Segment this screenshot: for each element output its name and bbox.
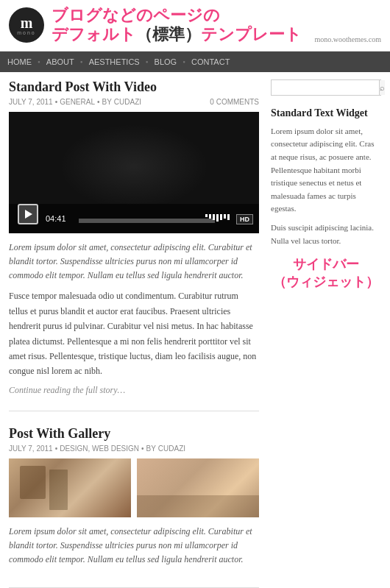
navbar: HOME • ABOUT • AESTHETICS • BLOG • CONTA…	[0, 52, 390, 72]
nav-home[interactable]: HOME	[7, 57, 32, 66]
sidebar: ⌕ Standard Text Widget Lorem ipsum dolor…	[271, 79, 381, 588]
main-layout: Standard Post With Video JULY 7, 2011 • …	[0, 72, 390, 588]
post-1-date: JULY 7, 2011	[9, 98, 53, 106]
sidebar-label-jp: サイドバー （ウィジェット）	[271, 256, 381, 291]
post-2-title: Post With Gallery	[9, 426, 259, 442]
video-player[interactable]: 04:41 HD	[9, 112, 259, 233]
content-area: Standard Post With Video JULY 7, 2011 • …	[9, 79, 259, 588]
search-icon: ⌕	[380, 83, 385, 92]
gallery	[9, 458, 259, 517]
title-line2-post: テンプレート	[201, 25, 302, 43]
post-2-excerpt: Lorem ipsum dolor sit amet, consectetur …	[9, 525, 259, 567]
nav-aesthetics[interactable]: AESTHETICS	[89, 57, 140, 66]
play-icon	[25, 210, 32, 219]
title-line2-pre: デフォルト	[52, 25, 136, 43]
post-1-title: Standard Post With Video	[9, 79, 259, 95]
logo-sub: mono	[17, 30, 36, 35]
title-line2-kakko: （標準）	[136, 25, 201, 43]
gallery-image-1[interactable]	[9, 458, 131, 517]
logo-letter: m	[21, 15, 33, 30]
volume-indicator	[205, 214, 230, 222]
widget-text-2: Duis suscipit adipiscing lacinia. Nulla …	[271, 222, 381, 247]
sidebar-label-line2: （ウィジェット）	[271, 274, 381, 291]
post-2: Post With Gallery JULY 7, 2011 • DESIGN,…	[9, 426, 259, 588]
search-input[interactable]	[272, 80, 379, 95]
sidebar-label-line1: サイドバー	[271, 256, 381, 273]
title-line1: ブログなどのページの	[52, 6, 381, 25]
nav-blog[interactable]: BLOG	[155, 57, 177, 66]
post-1-meta: JULY 7, 2011 • GENERAL • BY CUDAZI 0 COM…	[9, 98, 259, 106]
hd-badge: HD	[236, 214, 253, 224]
post-1-excerpt: Lorem ipsum dolor sit amet, consectetur …	[9, 241, 259, 283]
post-2-categories[interactable]: DESIGN, WEB DESIGN	[60, 444, 139, 453]
widget-title: Standard Text Widget	[271, 107, 381, 119]
post-1-category[interactable]: GENERAL	[60, 98, 95, 106]
video-progress-bar[interactable]	[79, 219, 215, 223]
text-widget: Standard Text Widget Lorem ipsum dolor s…	[271, 107, 381, 247]
post-2-author[interactable]: CUDAZI	[158, 444, 185, 453]
search-box[interactable]: ⌕	[271, 79, 381, 96]
post-1-comments[interactable]: 0 COMMENTS	[210, 98, 259, 106]
search-button[interactable]: ⌕	[379, 80, 385, 95]
nav-contact[interactable]: CONTACT	[191, 57, 230, 66]
widget-text-1: Lorem ipsum dolor sit amet, consectetur …	[271, 125, 381, 216]
gallery-image-2[interactable]	[137, 458, 259, 517]
post-1-author[interactable]: CUDAZI	[114, 98, 141, 106]
play-button[interactable]	[18, 204, 38, 224]
site-url: mono.woothemes.com	[314, 35, 381, 43]
nav-about[interactable]: ABOUT	[46, 57, 74, 66]
post-1-read-more[interactable]: Continue reading the full story…	[9, 385, 259, 396]
post-1: Standard Post With Video JULY 7, 2011 • …	[9, 79, 259, 411]
video-time: 04:41	[46, 214, 66, 223]
logo: m mono	[9, 7, 44, 43]
post-2-meta: JULY 7, 2011 • DESIGN, WEB DESIGN • BY C…	[9, 444, 259, 453]
header: m mono ブログなどのページの デフォルト（標準）テンプレート mono.w…	[0, 0, 390, 52]
post-2-date: JULY 7, 2011	[9, 444, 53, 453]
post-1-body: Fusce tempor malesuada odio ut condiment…	[9, 288, 259, 378]
